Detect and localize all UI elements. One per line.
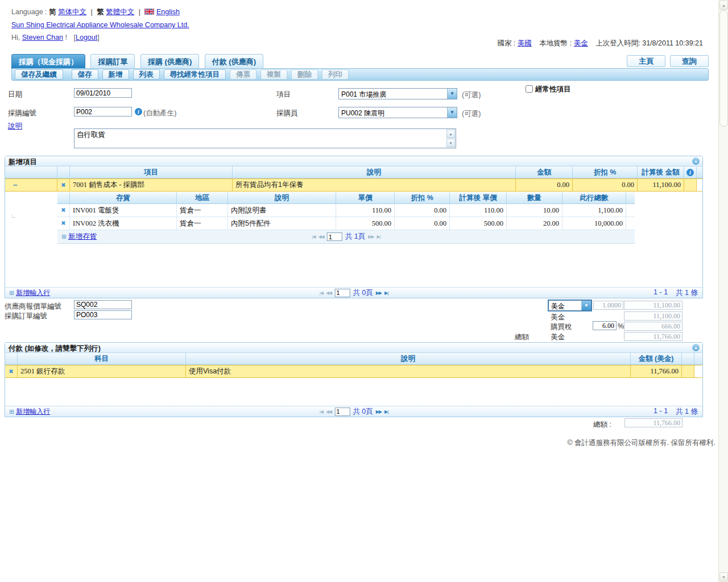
last-page-icon[interactable]: ▶| bbox=[384, 290, 388, 296]
language-label: Language : bbox=[11, 8, 47, 16]
page-number-input[interactable] bbox=[334, 289, 350, 297]
date-input[interactable] bbox=[74, 88, 132, 98]
col-pay-amount: 金額 (美金) bbox=[631, 353, 682, 364]
tab-payment-supplier[interactable]: 付款 (供應商) bbox=[205, 54, 263, 69]
copy-button[interactable]: 複製 bbox=[260, 69, 287, 80]
purchaser-optional-note: (可選) bbox=[462, 109, 481, 119]
last-page-icon[interactable]: ▶| bbox=[384, 409, 388, 414]
delete-button[interactable]: 刪除 bbox=[291, 69, 318, 80]
first-page-icon[interactable]: |◀ bbox=[320, 290, 323, 296]
home-button[interactable]: 主頁 bbox=[627, 55, 665, 67]
tree-corner-icon: ∟ bbox=[11, 213, 16, 219]
tab-purchase-order[interactable]: 採購訂單 bbox=[90, 54, 135, 69]
description-textarea[interactable]: 自行取貨 ▲ ▼ bbox=[74, 128, 456, 148]
exchange-rate-input[interactable] bbox=[593, 301, 623, 310]
cell-line-total: 1,100.00 bbox=[562, 204, 626, 217]
currency-select[interactable]: 美金 ▼ bbox=[548, 300, 592, 311]
purchaser-select-value: PU002 陳震明 bbox=[339, 107, 447, 118]
purchaser-select[interactable]: PU002 陳震明 ▼ bbox=[338, 107, 457, 118]
scrollbar-thumb[interactable] bbox=[719, 10, 728, 127]
project-select[interactable]: P001 市場推廣 ▼ bbox=[338, 88, 457, 99]
voucher-button[interactable]: 傳票 bbox=[230, 69, 257, 80]
textarea-scrollbar[interactable]: ▲ ▼ bbox=[446, 130, 455, 147]
delete-row-icon[interactable]: ✖ bbox=[57, 217, 70, 230]
payment-panel-title: 付款 (如修改，請雙擊下列行) bbox=[9, 344, 101, 352]
country-link[interactable]: 美國 bbox=[518, 39, 532, 47]
base-currency-label: 美金 bbox=[551, 313, 565, 322]
items-column-header: 項目 說明 金額 折扣 % 計算後 金額 i bbox=[5, 167, 702, 178]
delete-row-icon[interactable]: ✖ bbox=[57, 179, 70, 191]
toolbar: 儲存及繼續 儲存 新增 列表 尋找經常性項目 傳票 複製 刪除 列印 bbox=[11, 68, 709, 81]
add-inventory-link[interactable]: 新增存貨 bbox=[68, 232, 97, 242]
next-page-icon[interactable]: ▶▶ bbox=[368, 234, 374, 239]
purchase-no-label: 採購編號 bbox=[8, 109, 36, 118]
collapse-row-icon[interactable]: − bbox=[13, 181, 18, 189]
tab-purchase-cash[interactable]: 採購（現金採購） bbox=[11, 54, 85, 69]
payment-total-input[interactable] bbox=[624, 418, 682, 427]
cell-unit-price: 110.00 bbox=[336, 204, 395, 217]
col-inventory: 存貨 bbox=[70, 192, 177, 203]
scroll-down-icon[interactable]: ▼ bbox=[446, 139, 455, 147]
cell-quantity: 10.00 bbox=[507, 204, 562, 217]
page-number-input[interactable] bbox=[327, 232, 342, 241]
save-and-continue-button[interactable]: 儲存及繼續 bbox=[15, 69, 63, 80]
add-entry-row-link[interactable]: 新增輸入行 bbox=[16, 288, 50, 298]
collapse-icon[interactable]: ▲ bbox=[692, 157, 700, 165]
scroll-up-icon[interactable]: ▲ bbox=[719, 1, 728, 10]
last-page-icon[interactable]: ▶| bbox=[377, 234, 380, 239]
col-unit-price: 單價 bbox=[336, 192, 395, 203]
print-button[interactable]: 列印 bbox=[322, 69, 349, 80]
col-discount: 折扣 % bbox=[573, 167, 638, 178]
scroll-up-icon[interactable]: ▲ bbox=[446, 130, 455, 138]
inventory-row[interactable]: ✖ INV002 洗衣機 貨倉一 內附5件配件 500.00 0.00 500.… bbox=[57, 217, 635, 230]
add-entry-row-link[interactable]: 新增輸入行 bbox=[16, 407, 50, 417]
grand-total-input[interactable] bbox=[624, 332, 682, 341]
delete-row-icon[interactable]: ✖ bbox=[57, 204, 70, 217]
delete-row-icon[interactable]: ✖ bbox=[5, 365, 18, 377]
list-button[interactable]: 列表 bbox=[133, 69, 160, 80]
company-name-link[interactable]: Sun Shing Electrical Appliance Wholesale… bbox=[11, 21, 189, 29]
chevron-down-icon[interactable]: ▼ bbox=[447, 107, 457, 118]
link-simplified-chinese[interactable]: 简体中文 bbox=[58, 8, 86, 16]
inventory-row[interactable]: ✖ INV001 電飯煲 貨倉一 內附說明書 110.00 0.00 110.0… bbox=[57, 204, 635, 217]
foreign-amount-input[interactable] bbox=[624, 301, 682, 310]
next-page-icon[interactable]: ▶▶ bbox=[376, 409, 382, 414]
tax-amount-input[interactable] bbox=[624, 322, 682, 331]
purchase-order-input[interactable] bbox=[74, 310, 132, 319]
next-page-icon[interactable]: ▶▶ bbox=[376, 290, 382, 296]
vertical-scrollbar[interactable]: ▲ ▼ bbox=[718, 0, 728, 582]
prev-page-icon[interactable]: ◀◀ bbox=[326, 290, 332, 296]
tax-rate-input[interactable] bbox=[593, 321, 617, 330]
first-page-icon[interactable]: |◀ bbox=[312, 234, 315, 239]
local-currency-link[interactable]: 美金 bbox=[574, 39, 588, 47]
collapse-icon[interactable]: ▲ bbox=[692, 344, 700, 351]
query-button[interactable]: 查詢 bbox=[670, 55, 709, 67]
page-number-input[interactable] bbox=[334, 408, 350, 416]
recurring-checkbox[interactable] bbox=[526, 85, 533, 93]
purchase-no-input[interactable] bbox=[74, 107, 132, 117]
tab-purchase-supplier[interactable]: 採購 (供應商) bbox=[140, 54, 199, 69]
scroll-down-icon[interactable]: ▼ bbox=[719, 572, 728, 581]
chevron-down-icon[interactable]: ▼ bbox=[581, 301, 591, 310]
cell-description: 內附5件配件 bbox=[228, 217, 336, 230]
chevron-down-icon[interactable]: ▼ bbox=[447, 89, 457, 99]
prev-page-icon[interactable]: ◀◀ bbox=[318, 234, 324, 239]
user-name-link[interactable]: Steven Chan bbox=[22, 34, 63, 41]
logout-link[interactable]: Logout bbox=[76, 34, 97, 41]
row-count-label: 共 1 條 bbox=[676, 407, 698, 417]
separator: | bbox=[139, 8, 140, 16]
description-link[interactable]: 說明 bbox=[8, 122, 22, 131]
new-button[interactable]: 新增 bbox=[102, 69, 129, 80]
first-page-icon[interactable]: |◀ bbox=[320, 409, 323, 414]
save-button[interactable]: 儲存 bbox=[72, 69, 98, 80]
payment-row[interactable]: ✖ 2501 銀行存款 使用Visa付款 11,766.00 bbox=[5, 365, 702, 378]
find-recurring-button[interactable]: 尋找經常性項目 bbox=[164, 69, 226, 80]
link-traditional-chinese[interactable]: 繁體中文 bbox=[106, 8, 134, 16]
prev-page-icon[interactable]: ◀◀ bbox=[326, 409, 332, 414]
supplier-quote-input[interactable] bbox=[74, 300, 132, 309]
add-icon: ⊞ bbox=[9, 408, 14, 415]
item-row[interactable]: − ✖ 7001 銷售成本 - 採購部 所有貨品均有1年保養 0.00 0.00… bbox=[5, 178, 702, 192]
traditional-prefix: 繁 bbox=[97, 8, 104, 16]
base-amount-input[interactable] bbox=[624, 311, 682, 321]
link-english[interactable]: English bbox=[156, 8, 180, 16]
